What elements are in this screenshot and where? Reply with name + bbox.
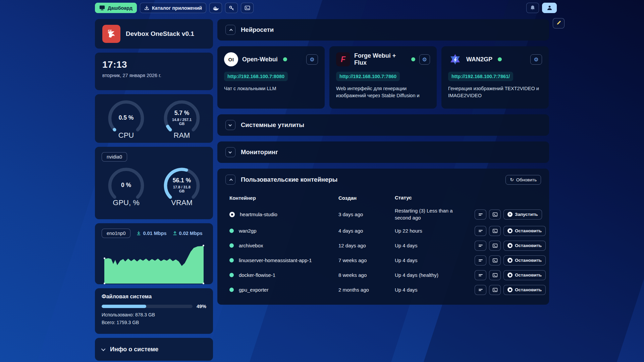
clock-widget: 17:13 вторник, 27 января 2026 г. (95, 53, 213, 90)
refresh-button[interactable]: ↻ Обновить (505, 175, 541, 185)
apps-row: OI Open-Webui ⚙ http://192.168.100.7:808… (217, 46, 549, 109)
system-info-toggle[interactable]: Инфо о системе (95, 338, 213, 361)
container-logs-button[interactable] (475, 241, 486, 251)
container-running-icon (229, 229, 234, 233)
topbar: Дашбоард Каталог приложений (0, 3, 644, 13)
gpu-value: 0 % (103, 182, 150, 189)
section-neural-title: Нейросети (241, 26, 274, 34)
app-title: Devbox OneStack v0.1 (126, 30, 194, 38)
containers-section: Пользовательские контейнеры ↻ Обновить К… (217, 169, 549, 305)
key-icon (229, 5, 234, 11)
monitor-icon (99, 5, 105, 10)
gpu-chip: nvidia0 (102, 152, 127, 162)
container-logs-button[interactable] (475, 285, 486, 295)
app-url-link[interactable]: http://192.168.100.7:7860 (336, 72, 400, 81)
download-arrow-icon (137, 231, 141, 236)
logs-icon (478, 213, 483, 217)
table-row: wan2gp 4 days ago Up 22 hours Остановить (229, 224, 541, 238)
chevron-down-icon (101, 347, 106, 351)
container-stop-button[interactable]: Остановить (503, 226, 546, 236)
container-terminal-button[interactable] (489, 226, 501, 236)
container-terminal-button[interactable] (489, 241, 501, 251)
user-button[interactable] (542, 3, 557, 13)
container-terminal-button[interactable] (489, 270, 501, 280)
app-settings-button[interactable]: ⚙ (306, 54, 318, 65)
ram-value: 5.7 % (158, 110, 205, 117)
app-description: Генерация изображений TEXT2VIDEO и IMAGE… (448, 85, 542, 99)
forge-icon: F (336, 52, 350, 66)
logs-icon (478, 229, 483, 233)
online-status-dot (283, 57, 287, 61)
container-stop-button[interactable]: Остановить (503, 270, 546, 280)
download-icon (144, 5, 149, 10)
vram-value: 56.1 % (158, 177, 205, 184)
container-stop-button[interactable]: Остановить (503, 241, 546, 251)
table-row: heartmula-studio 3 days ago Restarting (… (229, 205, 541, 224)
section-utilities-title: Системные утилиты (241, 121, 304, 129)
neural-collapse-button[interactable] (225, 25, 235, 35)
filesystem-progressbar (102, 305, 193, 308)
terminal-icon (492, 288, 498, 292)
container-logs-button[interactable] (475, 226, 486, 236)
container-terminal-button[interactable] (489, 209, 501, 220)
container-logs-button[interactable] (475, 209, 486, 220)
key-button[interactable] (225, 3, 238, 13)
section-monitoring-header: Мониторинг (217, 141, 549, 163)
filesystem-percent: 49% (197, 304, 206, 309)
section-utilities-header: Системные утилиты (217, 114, 549, 136)
app-logo-card: Devbox OneStack v0.1 (95, 19, 213, 49)
chevron-up-icon (229, 28, 232, 32)
container-running-icon (229, 288, 234, 292)
app-settings-button[interactable]: ⚙ (530, 54, 542, 65)
app-url-link[interactable]: http://192.168.100.7:8080 (224, 72, 288, 81)
app-url-link[interactable]: http://192.168.100.7:7861/ (448, 72, 513, 81)
stop-icon (507, 243, 513, 248)
filesystem-widget: Файловая система 49% Использовано: 878.3… (95, 288, 213, 334)
vram-label: VRAM (158, 198, 205, 207)
table-row: archivebox 12 days ago Up 4 days Останов… (229, 238, 541, 253)
container-logs-button[interactable] (475, 255, 486, 265)
table-header-row: Контейнер Создан Статус (229, 192, 541, 205)
stop-icon (507, 287, 513, 292)
nav-catalog-button[interactable]: Каталог приложений (140, 3, 206, 13)
terminal-icon (492, 243, 498, 248)
notifications-button[interactable] (526, 3, 539, 13)
app-name: Open-Webui (242, 56, 278, 63)
container-start-button[interactable]: Запустить (503, 209, 542, 220)
app-card-forge: F Forge Webui + Flux ⚙ http://192.168.10… (329, 46, 437, 109)
logs-icon (478, 244, 483, 248)
app-description: Web интерфейс для генерации изображений … (336, 85, 430, 99)
network-widget: eno1np0 0.01 Mbps 0.02 Mbps (95, 223, 213, 284)
app-settings-button[interactable]: ⚙ (419, 54, 430, 65)
edit-layout-button[interactable] (553, 18, 565, 28)
ram-gauge: 5.7 % 14.8 / 257.1 GB RAM (158, 97, 205, 140)
container-stop-button[interactable]: Остановить (503, 255, 546, 265)
filesystem-total: Всего: 1759.3 GB (102, 320, 206, 325)
container-restarting-icon (229, 212, 235, 217)
refresh-icon: ↻ (510, 177, 514, 182)
online-status-dot (411, 57, 415, 61)
network-interface-chip: eno1np0 (102, 229, 130, 238)
terminal-button[interactable] (241, 3, 254, 13)
monitoring-collapse-button[interactable] (225, 147, 235, 157)
vram-unit: GB (158, 189, 205, 193)
nav-dashboard-button[interactable]: Дашбоард (95, 3, 137, 13)
container-terminal-button[interactable] (489, 255, 501, 265)
container-terminal-button[interactable] (489, 285, 501, 295)
container-stop-button[interactable]: Остановить (503, 285, 546, 295)
containers-collapse-button[interactable] (225, 175, 235, 185)
ram-label: RAM (158, 131, 205, 140)
cpu-value: 0.5 % (103, 114, 150, 121)
chevron-up-icon (229, 178, 232, 182)
section-neural-header: Нейросети (217, 19, 549, 41)
logs-icon (478, 288, 483, 292)
table-row: docker-flowise-1 8 weeks ago Up 4 days (… (229, 268, 541, 283)
nav-catalog-label: Каталог приложений (152, 5, 202, 11)
docker-button[interactable] (209, 3, 222, 13)
ram-detail: 14.8 / 257.1 (158, 118, 205, 122)
table-row: gpu_exporter 2 months ago Up 4 days Оста… (229, 283, 541, 297)
vram-gauge: 56.1 % 17.8 / 31.8 GB VRAM (158, 164, 205, 207)
stop-icon (507, 228, 513, 233)
container-logs-button[interactable] (475, 270, 486, 280)
utilities-collapse-button[interactable] (225, 120, 235, 130)
